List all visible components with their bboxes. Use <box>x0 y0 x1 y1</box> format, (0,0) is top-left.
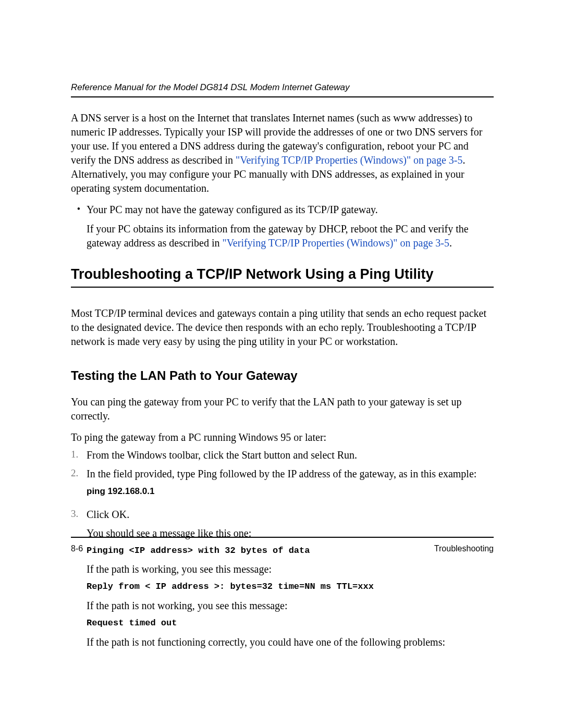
step-3: Click OK. You should see a message like … <box>71 507 494 649</box>
bullet-text: Your PC may not have the gateway configu… <box>87 203 494 217</box>
ping-command: ping 192.168.0.1 <box>87 485 494 498</box>
section-heading: Troubleshooting a TCP/IP Network Using a… <box>71 265 494 288</box>
subsection-instruction: To ping the gateway from a PC running Wi… <box>71 430 494 445</box>
dns-paragraph: A DNS server is a host on the Internet t… <box>71 111 494 195</box>
dhcp-text-b: . <box>449 237 452 249</box>
step-3-problems: If the path is not functioning correctly… <box>87 635 494 649</box>
document-page: Reference Manual for the Model DG814 DSL… <box>0 0 563 728</box>
step-3-notworking: If the path is not working, you see this… <box>87 598 494 613</box>
section-intro: Most TCP/IP terminal devices and gateway… <box>71 306 494 349</box>
body-content: A DNS server is a host on the Internet t… <box>71 111 494 649</box>
verify-tcpip-link-1[interactable]: "Verifying TCP/IP Properties (Windows)" … <box>236 154 462 166</box>
step-1-text: From the Windows toolbar, click the Star… <box>87 448 494 462</box>
step-3-text: Click OK. <box>87 507 494 522</box>
subsection-lead: You can ping the gateway from your PC to… <box>71 395 494 423</box>
page-number: 8-6 <box>71 544 83 553</box>
step-1: From the Windows toolbar, click the Star… <box>71 448 494 462</box>
running-header: Reference Manual for the Model DG814 DSL… <box>71 82 494 97</box>
chapter-name: Troubleshooting <box>434 544 494 553</box>
dhcp-paragraph: If your PC obtains its information from … <box>87 222 494 250</box>
page-footer: 8-6 Troubleshooting <box>71 537 494 553</box>
verify-tcpip-link-2[interactable]: "Verifying TCP/IP Properties (Windows)" … <box>222 237 449 249</box>
step-3-working: If the path is working, you see this mes… <box>87 562 494 576</box>
footer-rule <box>71 537 494 538</box>
bullet-icon: • <box>71 203 87 250</box>
step-2: In the field provided, type Ping followe… <box>71 466 494 503</box>
reply-output: Reply from < IP address >: bytes=32 time… <box>87 581 494 593</box>
subsection-heading: Testing the LAN Path to Your Gateway <box>71 367 494 384</box>
bullet-item: • Your PC may not have the gateway confi… <box>71 203 494 250</box>
step-2-text: In the field provided, type Ping followe… <box>87 466 494 481</box>
timeout-output: Request timed out <box>87 617 494 630</box>
